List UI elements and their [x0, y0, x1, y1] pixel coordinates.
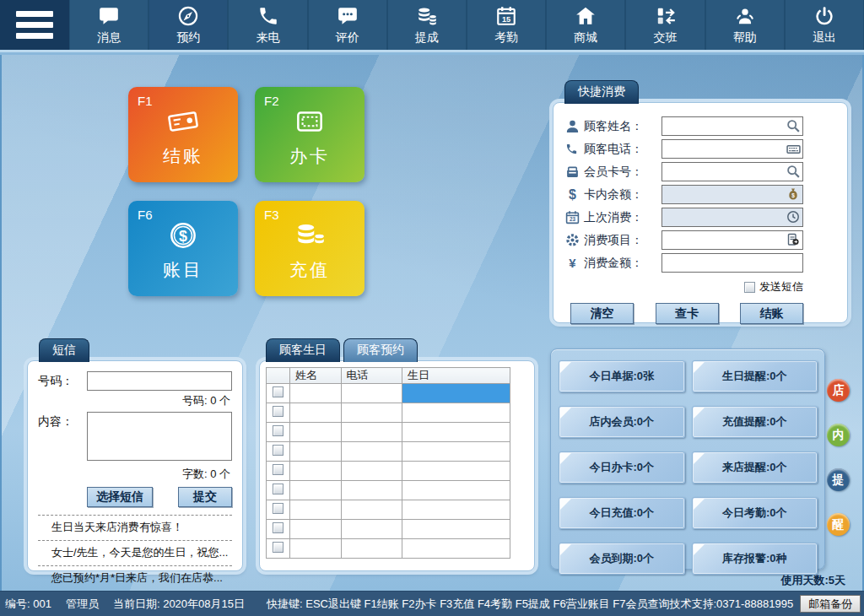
toolbar-item-appointments[interactable]: 预约 — [149, 0, 227, 50]
member-card-input[interactable] — [662, 162, 803, 181]
header-birthday[interactable]: 生日 — [402, 368, 510, 384]
stat-stock-alert[interactable]: 库存报警:0种 — [692, 543, 818, 575]
tab-customer-appointment[interactable]: 顾客预约 — [343, 338, 418, 362]
dollar-circle-icon: $ — [165, 218, 202, 253]
sms-template-item[interactable]: 您已预约*月*日来店，我们在店恭... — [38, 565, 232, 591]
stat-birthday-reminder[interactable]: 生日提醒:0个 — [692, 360, 818, 392]
search-icon[interactable] — [786, 119, 801, 133]
stat-today-receipts[interactable]: 今日单据:0张 — [559, 360, 685, 392]
row-checkbox[interactable] — [273, 503, 284, 514]
yen-icon: ¥ — [565, 256, 584, 270]
stat-visit-reminder[interactable]: 来店提醒:0个 — [692, 451, 818, 484]
row-checkbox[interactable] — [273, 386, 284, 397]
top-toolbar: 消息 预约 来电 评价 提成 — [0, 0, 864, 52]
row-checkbox[interactable] — [273, 522, 284, 533]
tile-label: 结账 — [163, 144, 203, 168]
side-badge[interactable]: 醒 — [827, 513, 850, 536]
field-row-member-card: 会员卡号： — [565, 160, 803, 183]
svg-text:15: 15 — [502, 14, 510, 23]
customer-name-input[interactable] — [662, 116, 803, 136]
row-checkbox[interactable] — [273, 464, 284, 475]
send-sms-checkbox[interactable] — [744, 282, 755, 293]
moneybag-icon: $ — [786, 187, 801, 202]
mall-icon — [575, 5, 597, 27]
stat-today-recharge[interactable]: 今日充值:0个 — [559, 497, 685, 529]
row-checkbox[interactable] — [273, 425, 284, 436]
table-row[interactable] — [267, 481, 510, 500]
user-icon — [565, 119, 584, 133]
tile-label: 账目 — [163, 258, 203, 282]
item-doc-icon[interactable] — [786, 233, 801, 247]
checkout-button[interactable]: 结账 — [740, 303, 803, 324]
stat-today-new-cards[interactable]: 今日办卡:0个 — [559, 451, 685, 484]
sms-content-label: 内容： — [38, 412, 87, 507]
coins-icon — [289, 218, 330, 253]
commission-icon — [416, 5, 438, 27]
table-row[interactable] — [267, 520, 510, 539]
toolbar-item-messages[interactable]: 消息 — [70, 0, 148, 50]
mail-backup-button[interactable]: 邮箱备份 — [800, 595, 861, 613]
stat-today-attendance[interactable]: 今日考勤:0个 — [692, 497, 818, 529]
toolbar-label: 交班 — [654, 30, 678, 46]
check-card-button[interactable]: 查卡 — [656, 303, 719, 324]
row-checkbox[interactable] — [273, 445, 284, 456]
search-icon[interactable] — [786, 165, 801, 179]
row-checkbox[interactable] — [273, 406, 284, 417]
toolbar-item-reviews[interactable]: 评价 — [309, 0, 386, 50]
toolbar-item-help[interactable]: 帮助 — [706, 0, 784, 50]
hamburger-menu-button[interactable] — [0, 0, 69, 50]
table-row[interactable] — [267, 442, 510, 462]
sms-template-item[interactable]: 女士/先生，今天是您的生日，祝您... — [38, 540, 232, 565]
submit-sms-button[interactable]: 提交 — [178, 487, 232, 507]
toolbar-item-incoming-calls[interactable]: 来电 — [229, 0, 306, 50]
sms-number-input[interactable] — [87, 371, 232, 391]
table-row[interactable] — [267, 423, 510, 442]
header-phone[interactable]: 电话 — [341, 368, 402, 384]
gear-icon — [565, 233, 584, 247]
side-badge[interactable]: 提 — [827, 468, 850, 491]
sms-char-count: 字数: 0 个 — [89, 467, 230, 482]
toolbar-item-exit[interactable]: 退出 — [786, 0, 863, 50]
field-row-card-balance: $ 卡内余额： $ — [565, 183, 803, 206]
hamburger-icon — [16, 11, 53, 17]
tab-customer-birthday[interactable]: 顾客生日 — [266, 338, 340, 362]
toolbar-item-shift[interactable]: 交班 — [626, 0, 704, 50]
row-checkbox[interactable] — [273, 542, 284, 553]
table-row[interactable] — [267, 384, 510, 403]
tile-accounts-f6[interactable]: F6 $ 账目 — [128, 201, 238, 296]
stat-member-expiry[interactable]: 会员到期:0个 — [559, 543, 685, 575]
side-badge[interactable]: 店 — [827, 379, 850, 402]
toolbar-item-commission[interactable]: 提成 — [388, 0, 466, 50]
toolbar-item-attendance[interactable]: 15 考勤 — [467, 0, 545, 50]
header-name[interactable]: 姓名 — [290, 368, 341, 384]
consume-item-input[interactable] — [662, 230, 803, 250]
clear-button[interactable]: 清空 — [570, 303, 634, 324]
exit-icon — [813, 5, 835, 27]
table-row[interactable] — [267, 539, 510, 559]
consume-amount-input[interactable] — [662, 253, 803, 273]
tile-recharge-f3[interactable]: F3 充值 — [255, 201, 364, 296]
tab-sms[interactable]: 短信 — [39, 338, 89, 362]
attendance-icon: 15 — [495, 5, 517, 27]
tile-new-card-f2[interactable]: F2 办卡 — [255, 87, 364, 182]
stat-members-in-store[interactable]: 店内会员:0个 — [559, 406, 685, 438]
sms-template-list: 生日当天来店消费有惊喜！ 女士/先生，今天是您的生日，祝您... 您已预约*月*… — [38, 515, 232, 591]
customer-phone-input[interactable] — [662, 139, 803, 159]
field-row-consume-amount: ¥ 消费金额： — [565, 251, 803, 274]
sms-panel: 短信 号码： 号码: 0 个 内容： 字数: 0 个 选择短信 — [27, 338, 243, 571]
keyboard-icon[interactable] — [786, 142, 801, 156]
sms-content-textarea[interactable] — [87, 412, 232, 461]
tab-quick-consume[interactable]: 快捷消费 — [564, 80, 639, 104]
tile-checkout-f1[interactable]: F1 结账 — [128, 87, 238, 182]
table-row[interactable] — [267, 462, 510, 481]
table-row[interactable] — [267, 500, 510, 520]
side-badge[interactable]: 内 — [827, 424, 850, 446]
sms-template-item[interactable]: 生日当天来店消费有惊喜！ — [38, 515, 232, 540]
table-row[interactable] — [267, 403, 510, 423]
select-sms-button[interactable]: 选择短信 — [87, 487, 153, 507]
selected-cell[interactable] — [402, 384, 510, 403]
stat-recharge-reminder[interactable]: 充值提醒:0个 — [692, 406, 818, 438]
row-checkbox[interactable] — [273, 484, 284, 494]
toolbar-label: 退出 — [813, 30, 836, 46]
toolbar-item-mall[interactable]: 商城 — [547, 0, 624, 50]
